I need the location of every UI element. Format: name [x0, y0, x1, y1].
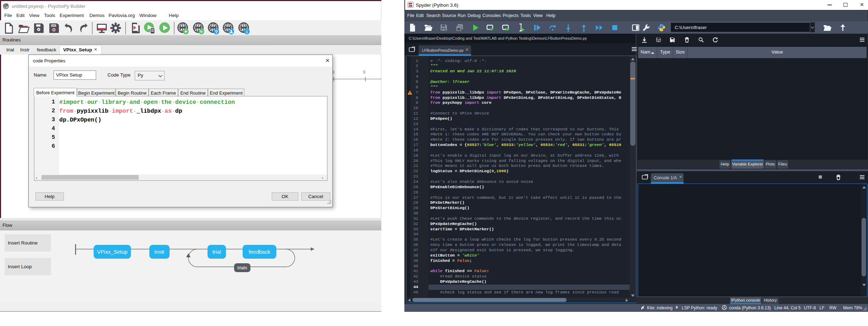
svg-text:S: S [410, 4, 413, 7]
svg-text:↻: ↻ [200, 30, 203, 34]
svg-text:⚲: ⚲ [215, 29, 218, 34]
